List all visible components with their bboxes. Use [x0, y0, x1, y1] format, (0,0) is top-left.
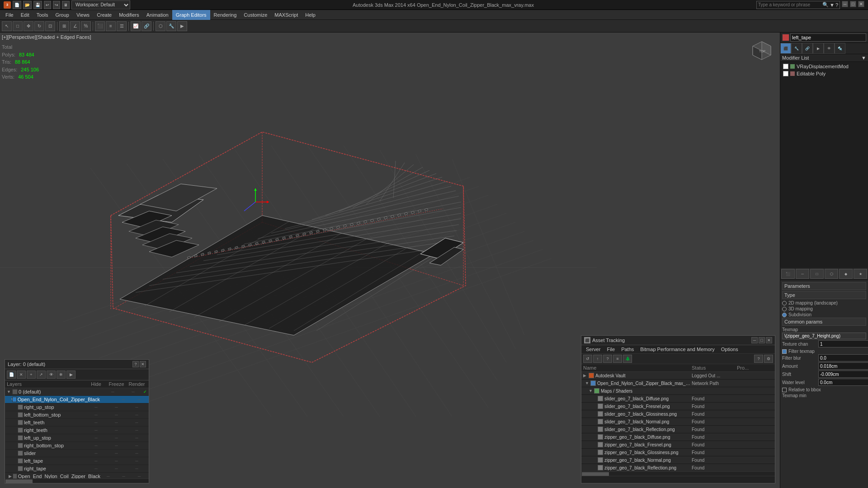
asset-item-maxfile[interactable]: ▼ Open_End_Nylon_Coil_Zipper_Black_max_v… [581, 380, 775, 387]
render-setup-btn[interactable]: 🖥 [62, 1, 70, 9]
asset-close-btn[interactable]: ✕ [766, 337, 772, 343]
percent-snap-btn[interactable]: % [81, 21, 91, 31]
layer-item-left-teeth[interactable]: left_teeth ─ ─ ─ [5, 419, 149, 427]
menu-animation[interactable]: Animation [143, 10, 172, 20]
layer-item-right-tape[interactable]: right_tape ─ ─ ─ [5, 465, 149, 473]
mirror-btn[interactable]: ⬛ [95, 21, 105, 31]
radio-2d-btn[interactable] [782, 301, 787, 305]
layer-new-btn[interactable]: 📄 [7, 371, 16, 379]
layer-item-right-up-stop[interactable]: right_up_stop ─ ─ ─ [5, 404, 149, 411]
layer-close-btn[interactable]: ✕ [140, 361, 146, 367]
search-input[interactable] [758, 2, 821, 7]
layer-delete-btn[interactable]: ✕ [17, 371, 26, 379]
layer-item-left-tape[interactable]: left_tape ─ ─ ─ [5, 457, 149, 465]
maximize-button[interactable]: □ [850, 1, 856, 7]
asset-item-tex8[interactable]: zipper_geo_7_black_Glossiness.png Found [581, 449, 775, 456]
asset-update-btn[interactable]: ↑ [593, 355, 602, 363]
angle-snap-btn[interactable]: ∠ [70, 21, 80, 31]
menu-views[interactable]: Views [73, 10, 93, 20]
workspace-dropdown[interactable]: Workspace: Default [71, 0, 130, 9]
render-setup-btn2[interactable]: 🔧 [166, 21, 176, 31]
layer-item-left-bottom-stop[interactable]: left_bottom_stop ─ ─ ─ [5, 411, 149, 419]
menu-customize[interactable]: Customize [240, 10, 271, 20]
menu-create[interactable]: Create [93, 10, 115, 20]
sub-edge-btn[interactable]: ─ [796, 269, 809, 279]
water-level-input[interactable] [818, 379, 868, 386]
asset-scrollbar[interactable] [581, 471, 775, 476]
tab-utilities[interactable]: 🔩 [835, 43, 845, 54]
modifier-checkbox-vray[interactable] [783, 64, 788, 69]
viewport-cube[interactable]: TOP [748, 37, 775, 64]
asset-item-tex7[interactable]: zipper_geo_7_black_Fresnel.png Found [581, 441, 775, 449]
asset-item-tex1[interactable]: slider_geo_7_black_Diffuse.png Found [581, 395, 775, 403]
sub-all-btn[interactable]: ★ [854, 269, 867, 279]
asset-menu-server[interactable]: Server [583, 346, 603, 352]
undo-btn[interactable]: ↩ [44, 1, 51, 9]
modifier-checkbox-poly[interactable] [783, 71, 788, 76]
menu-graph-editors[interactable]: Graph Editors [172, 10, 210, 20]
asset-refresh-btn[interactable]: ↺ [583, 355, 592, 363]
asset-item-tex9[interactable]: zipper_geo_7_black_Normal.png Found [581, 456, 775, 464]
object-name-input[interactable] [790, 33, 866, 42]
menu-edit[interactable]: Edit [17, 10, 33, 20]
texture-chan-input[interactable] [818, 340, 868, 347]
asset-settings-btn[interactable]: ⚙ [764, 355, 773, 363]
material-editor-btn[interactable]: ⬡ [156, 21, 165, 31]
redo-btn[interactable]: ↪ [53, 1, 60, 9]
layer-item-left-up-stop[interactable]: left_up_stop ─ ─ ─ [5, 434, 149, 442]
asset-scrollbar-thumb[interactable] [582, 472, 609, 476]
shift-input[interactable] [818, 371, 868, 378]
layer-item-zipper[interactable]: ▼ Open_End_Nylon_Coil_Zipper_Black ─ ─ [5, 396, 149, 404]
asset-item-vault[interactable]: ▶ Autodesk Vault Logged Out ... [581, 372, 775, 380]
search-bar[interactable]: 🔍 ▼ ? [756, 1, 840, 9]
curve-editor-btn[interactable]: 📈 [131, 21, 141, 31]
layer-hide-all-btn[interactable]: 👁 [47, 371, 56, 379]
tab-motion[interactable]: ▶ [813, 43, 824, 54]
tab-hierarchy[interactable]: 🔗 [802, 43, 813, 54]
menu-file[interactable]: File [2, 10, 17, 20]
move-btn[interactable]: ✥ [24, 21, 33, 31]
sub-border-btn[interactable]: □ [810, 269, 824, 279]
object-color-swatch[interactable] [782, 34, 789, 41]
asset-maximize-btn[interactable]: □ [759, 337, 765, 343]
modifier-item-vray[interactable]: VRayDisplacementMod [781, 63, 867, 70]
layer-mgr-btn[interactable]: ☰ [117, 21, 127, 31]
amount-input[interactable] [818, 362, 868, 370]
select-btn[interactable]: ↖ [2, 21, 12, 31]
asset-item-tex2[interactable]: slider_geo_7_black_Fresnel.png Found [581, 403, 775, 410]
layer-add-obj-btn[interactable]: + [27, 371, 36, 379]
sub-poly-btn[interactable]: ⬡ [825, 269, 838, 279]
tab-create[interactable]: ⬛ [780, 43, 791, 54]
asset-item-tex10[interactable]: zipper_geo_7_black_Reflection.png Found [581, 464, 775, 471]
asset-help-btn[interactable]: ? [754, 355, 763, 363]
layer-item-slider[interactable]: slider ─ ─ ─ [5, 450, 149, 457]
save-btn[interactable]: 💾 [33, 1, 42, 9]
layer-item-zipper-outer[interactable]: ▶ Open_End_Nylon_Coil_Zipper_Black ─ ─ ─ [5, 473, 149, 479]
menu-tools[interactable]: Tools [33, 10, 52, 20]
asset-menu-file[interactable]: File [604, 346, 618, 352]
layer-scrollbar[interactable] [5, 479, 149, 483]
menu-maxscript[interactable]: MAXScript [271, 10, 302, 20]
modifier-item-editable-poly[interactable]: Editable Poly [781, 70, 867, 77]
asset-item-tex3[interactable]: slider_geo_7_black_Glossiness.png Found [581, 410, 775, 418]
layer-help-btn[interactable]: ? [132, 361, 139, 367]
asset-menu-bitmap[interactable]: Bitmap Performance and Memory [637, 346, 717, 352]
layer-item-right-teeth[interactable]: right_teeth ─ ─ ─ [5, 427, 149, 434]
asset-tree-view-btn[interactable]: 🌲 [623, 355, 632, 363]
tab-display[interactable]: 👁 [824, 43, 835, 54]
modifier-list-dropdown-icon[interactable]: ▼ [861, 55, 866, 61]
radio-3d-btn[interactable] [782, 307, 787, 311]
menu-group[interactable]: Group [52, 10, 73, 20]
layer-render-all-btn[interactable]: ▶ [66, 371, 75, 379]
texmap-value[interactable]: \(zipper_geo_7_Height.png) [782, 333, 866, 339]
layer-scrollbar-thumb[interactable] [5, 479, 33, 483]
asset-item-tex6[interactable]: zipper_geo_7_black_Diffuse.png Found [581, 433, 775, 441]
filter-texmap-checkbox[interactable] [782, 349, 787, 354]
layer-item-right-bottom-stop[interactable]: right_bottom_stop ─ ─ ─ [5, 442, 149, 450]
asset-minimize-btn[interactable]: ─ [751, 337, 758, 343]
layer-item-default[interactable]: ▼ 0 (default) ─ ─ ✓ [5, 388, 149, 396]
relative-to-box-checkbox[interactable] [782, 388, 787, 392]
new-btn[interactable]: 📄 [13, 1, 21, 9]
asset-list-view-btn[interactable]: ≡ [613, 355, 622, 363]
schematic-view-btn[interactable]: 🔗 [142, 21, 151, 31]
